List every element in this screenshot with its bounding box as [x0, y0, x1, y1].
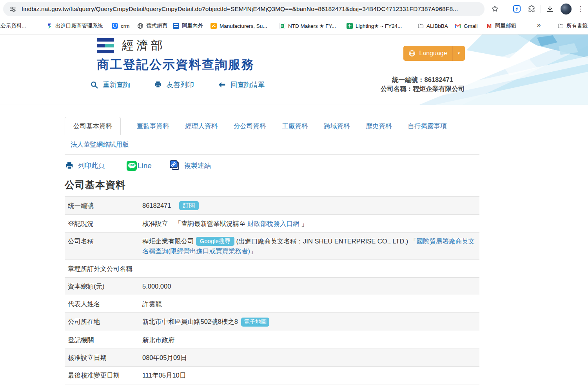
gmail-icon [455, 23, 461, 29]
alibaba-icon [211, 23, 217, 29]
row-uniform-number: 統一編號 86182471 訂閱 [65, 197, 479, 215]
flag-icon [173, 23, 179, 29]
tab-factories[interactable]: 工廠資料 [282, 122, 308, 131]
tab-cross-domain[interactable]: 跨域資料 [324, 122, 350, 131]
friendly-print-link[interactable]: 友善列印 [154, 80, 194, 89]
header-toolbar: 重新查詢 友善列印 回查詢清單 [90, 80, 289, 89]
bookmark-manufacturers[interactable]: Manufacturers, Su... [211, 18, 267, 34]
section-title: 公司基本資料 [65, 178, 479, 191]
bookmark-ali-neiwai[interactable]: 阿里內外 [173, 18, 203, 34]
browser-actions: ⋮ [489, 0, 588, 18]
row-registration-status: 登記現況 核准設立 「查詢最新營業狀況請至 財政部稅務入口網 」 [65, 215, 479, 232]
moea-logo [97, 38, 114, 54]
extensions-puzzle-icon[interactable] [526, 3, 537, 15]
folder-icon [417, 23, 424, 29]
tab-branches[interactable]: 分公司資料 [234, 122, 266, 131]
row-address: 公司所在地 新北市中和區員山路502號8樓之8 電子地圖 [65, 313, 479, 331]
globe-icon [137, 23, 143, 29]
e-map-badge[interactable]: 電子地圖 [241, 318, 269, 327]
profile-avatar[interactable] [561, 4, 572, 15]
printer-icon [65, 161, 74, 171]
bookmarks-overflow-chevron[interactable]: » [537, 21, 541, 29]
row-last-change-date: 最後核准變更日期 111年05月10日 [65, 367, 479, 384]
company-name-line: 公司名稱：程炬企業有限公司 [376, 84, 470, 93]
extension-bolt-icon[interactable] [511, 3, 523, 15]
row-value: 程炬企業有限公司 Google搜尋 (出進口廠商英文名稱：JIN SHEU EN… [142, 236, 476, 256]
site-header: 經濟部 商工登記公示資料查詢服務 Language ▼ 統一編號：8618247… [0, 35, 588, 105]
spreadsheet-icon [279, 23, 285, 29]
bookmark-registry[interactable]: 記公示資料... [0, 18, 26, 34]
tab-self-disclosure[interactable]: 自行揭露事項 [408, 122, 447, 131]
row-representative: 代表人姓名 許雲龍 [65, 295, 479, 313]
site-settings-icon[interactable] [9, 5, 16, 13]
language-caret-icon[interactable]: ▼ [452, 46, 465, 61]
tab-directors[interactable]: 董監事資料 [137, 122, 169, 131]
bookmark-all-bookmarks[interactable]: 所有書籤 [557, 18, 588, 34]
bookmark-import-export-system[interactable]: 出進口廠商管理系統 [46, 18, 103, 34]
tab-company-basic[interactable]: 公司基本資料 [65, 117, 121, 135]
row-label: 最後核准變更日期 [68, 370, 142, 380]
bookmark-gmail[interactable]: Gmail [455, 18, 477, 34]
ministry-name: 經濟部 [122, 38, 165, 54]
bookmark-ali-mail[interactable]: M 阿里邮箱 [486, 18, 516, 34]
line-icon: LINE [127, 161, 137, 171]
bookmark-folder-alibbba[interactable]: ALIBbBA [417, 18, 448, 34]
language-button[interactable]: Language ▼ [403, 46, 465, 61]
decorative-header-image [419, 35, 588, 105]
bookmark-star-icon[interactable] [489, 3, 501, 15]
company-info-table: 統一編號 86182471 訂閱 登記現況 核准設立 「查詢最新營業狀況請至 財… [65, 196, 479, 385]
tab-managers[interactable]: 經理人資料 [185, 122, 218, 131]
sheets-icon [347, 23, 353, 29]
row-label: 登記機關 [68, 335, 142, 345]
bookmark-lighting[interactable]: Lighting★ ~ FY24... [347, 18, 402, 34]
row-company-name: 公司名稱 程炬企業有限公司 Google搜尋 (出進口廠商英文名稱：JIN SH… [65, 232, 479, 260]
row-foreign-name: 章程所訂外文公司名稱 [65, 260, 479, 278]
bookmarks-bar: 記公示資料... 出進口廠商管理系統 crm 舊式網頁 阿里內外 Manufac [0, 18, 588, 35]
row-label: 核准設立日期 [68, 353, 142, 362]
subscribe-badge[interactable]: 訂閱 [179, 201, 199, 210]
tab-history[interactable]: 歷史資料 [366, 122, 392, 131]
row-label: 資本總額(元) [68, 281, 142, 291]
row-value: 新北市中和區員山路502號8樓之8 電子地圖 [142, 317, 476, 327]
back-to-list-link[interactable]: 回查詢清單 [218, 80, 265, 89]
row-label: 公司名稱 [68, 236, 142, 256]
browser-menu-icon[interactable]: ⋮ [575, 5, 588, 13]
bookmark-ntd-makers[interactable]: NTD Makers ★ FY... [279, 18, 336, 34]
uniform-number-line: 統一編號：86182471 [376, 75, 470, 84]
row-label: 登記現況 [68, 219, 142, 228]
copy-link-button[interactable]: 複製連結 [170, 160, 211, 171]
print-page-link[interactable]: 列印此頁 [65, 161, 105, 171]
row-label: 公司所在地 [68, 317, 142, 327]
row-registration-authority: 登記機關 新北市政府 [65, 331, 479, 349]
requery-link[interactable]: 重新查詢 [90, 80, 130, 89]
search-icon [90, 81, 98, 89]
folder-icon [557, 23, 564, 29]
row-value: 5,000,000 [142, 281, 476, 291]
bolt-icon [46, 23, 53, 29]
row-value: 111年05月10日 [142, 370, 476, 380]
downloads-icon[interactable] [544, 3, 556, 15]
share-line-link[interactable]: LINE Line [127, 161, 152, 171]
tax-portal-link[interactable]: 財政部稅務入口網 [248, 220, 299, 227]
google-search-badge[interactable]: Google搜尋 [196, 237, 234, 246]
tab-corporate-network-trial[interactable]: 法人董監網絡試用版 [71, 141, 129, 148]
row-label: 章程所訂外文公司名稱 [68, 264, 142, 273]
row-value [142, 264, 476, 273]
url-text[interactable]: findbiz.nat.gov.tw/fts/query/QueryCmpyDe… [22, 5, 458, 13]
content-divider [65, 154, 479, 154]
address-bar[interactable]: findbiz.nat.gov.tw/fts/query/QueryCmpyDe… [3, 2, 485, 16]
row-label: 代表人姓名 [68, 299, 142, 309]
row-value: 新北市政府 [142, 335, 476, 345]
shield-icon [112, 23, 118, 29]
bookmark-legacy-site[interactable]: 舊式網頁 [137, 18, 167, 34]
printer-icon [154, 80, 162, 89]
detail-tabs: 公司基本資料 董監事資料 經理人資料 分公司資料 工廠資料 跨域資料 歷史資料 … [65, 117, 479, 135]
browser-toolbar: findbiz.nat.gov.tw/fts/query/QueryCmpyDe… [0, 0, 588, 18]
row-value: 080年05月09日 [142, 353, 476, 362]
row-capital: 資本總額(元) 5,000,000 [65, 278, 479, 295]
red-m-icon: M [486, 23, 492, 29]
language-label: Language [419, 50, 447, 57]
copy-link-icon [170, 160, 180, 171]
row-value: 核准設立 「查詢最新營業狀況請至 財政部稅務入口網 」 [142, 219, 476, 228]
bookmark-crm[interactable]: crm [112, 18, 130, 34]
